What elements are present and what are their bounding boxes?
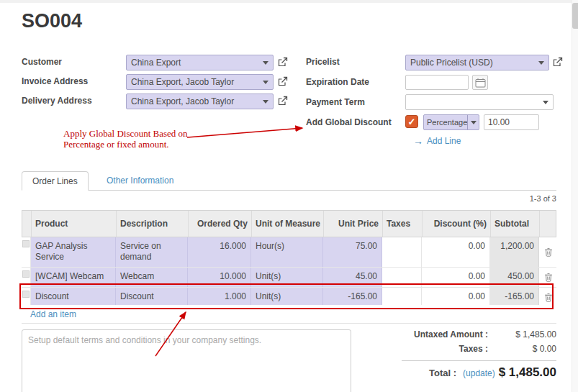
global-discount-checkbox[interactable]: ✓: [405, 115, 418, 128]
chevron-down-icon: [263, 81, 268, 84]
invoice-address-open-record-icon[interactable]: [277, 76, 289, 88]
untaxed-amount-value: $ 1,485.00: [488, 329, 556, 339]
delivery-address-select[interactable]: China Export, Jacob Taylor: [126, 94, 274, 109]
cell-unit-price[interactable]: 75.00: [323, 237, 382, 267]
arrow-right-icon: →: [413, 136, 423, 146]
cell-subtotal: 450.00: [490, 268, 539, 287]
row-drag-handle[interactable]: [22, 288, 31, 307]
delivery-address-value: China Export, Jacob Taylor: [127, 96, 263, 106]
notebook-tabbar: Order Lines Other Information: [22, 170, 556, 191]
totals-divider: [402, 360, 556, 361]
cell-product[interactable]: GAP Analysis Service: [31, 237, 116, 267]
customer-label: Customer: [22, 57, 62, 67]
trash-icon: [544, 293, 553, 302]
delivery-address-open-record-icon[interactable]: [277, 96, 289, 107]
pricelist-open-record-icon[interactable]: [552, 57, 564, 68]
sales-order-form: SO004 Customer China Export Invoice Addr…: [0, 0, 578, 392]
col-unit-of-measure[interactable]: Unit of Measure: [251, 211, 323, 237]
untaxed-amount-row: Untaxed Amount : $ 1,485.00: [374, 329, 556, 339]
chevron-down-icon: [467, 115, 479, 129]
cell-unit-of-measure[interactable]: Hour(s): [251, 237, 323, 267]
expiration-date-input[interactable]: [405, 75, 469, 90]
customer-select[interactable]: China Export: [126, 55, 274, 70]
customer-open-record-icon[interactable]: [277, 57, 289, 68]
pricelist-label: Pricelist: [306, 57, 340, 67]
cell-description[interactable]: Discount: [116, 288, 188, 307]
delete-row-button[interactable]: [539, 237, 556, 267]
pricelist-value: Public Pricelist (USD): [406, 58, 538, 68]
col-unit-price[interactable]: Unit Price: [323, 211, 382, 237]
pager: 1-3 of 3: [530, 194, 556, 203]
discount-type-select[interactable]: Percentage: [423, 114, 479, 130]
total-row: Total : (update) $ 1,485.00: [429, 365, 556, 380]
col-product[interactable]: Product: [31, 211, 116, 237]
payment-term-label: Payment Term: [306, 97, 365, 107]
col-taxes[interactable]: Taxes: [382, 211, 422, 237]
update-total-link[interactable]: (update): [463, 368, 495, 378]
payment-term-select[interactable]: [405, 94, 554, 110]
taxes-row: Taxes : $ 0.00: [374, 344, 556, 354]
total-label: Total :: [429, 368, 456, 378]
col-handle: [22, 211, 31, 237]
tab-other-information[interactable]: Other Information: [96, 171, 184, 191]
invoice-address-label: Invoice Address: [22, 76, 88, 86]
cell-unit-of-measure[interactable]: Unit(s): [251, 268, 323, 287]
col-subtotal[interactable]: Subtotal: [490, 211, 539, 237]
table-row: [WCAM] Webcam Webcam 10.000 Unit(s) 45.0…: [22, 268, 556, 288]
cell-unit-price[interactable]: 45.00: [323, 268, 382, 287]
col-description[interactable]: Description: [116, 211, 188, 237]
add-an-item-row: Add an item: [22, 305, 556, 324]
global-discount-annotation: Apply Global Discount Based on Percentag…: [63, 128, 194, 150]
cell-subtotal: -165.00: [490, 288, 539, 307]
cell-taxes[interactable]: [382, 237, 422, 267]
cell-product[interactable]: Discount: [31, 288, 116, 307]
cell-product[interactable]: [WCAM] Webcam: [31, 268, 116, 287]
invoice-address-select[interactable]: China Export, Jacob Taylor: [126, 74, 274, 90]
cell-discount[interactable]: 0.00: [422, 288, 490, 307]
total-value: $ 1,485.00: [499, 365, 556, 380]
trash-icon: [544, 247, 553, 257]
scrollbar-thumb[interactable]: [572, 3, 578, 29]
taxes-value: $ 0.00: [488, 344, 556, 354]
delete-row-button[interactable]: [539, 268, 556, 287]
top-strip: [0, 0, 578, 3]
delete-row-button[interactable]: [539, 288, 556, 307]
add-line-link[interactable]: → Add Line: [413, 136, 461, 146]
cell-subtotal: 1,200.00: [490, 237, 539, 267]
cell-unit-price[interactable]: -165.00: [323, 288, 382, 307]
chevron-down-icon: [263, 100, 268, 104]
col-delete: [539, 211, 557, 237]
expiration-date-label: Expiration Date: [306, 77, 369, 87]
add-an-item-link[interactable]: Add an item: [30, 309, 76, 319]
row-drag-handle[interactable]: [22, 237, 31, 267]
cell-ordered-qty[interactable]: 10.000: [188, 268, 251, 287]
cell-discount[interactable]: 0.00: [422, 268, 490, 287]
row-drag-handle[interactable]: [22, 268, 31, 287]
customer-value: China Export: [127, 58, 263, 68]
order-lines-table: Product Description Ordered Qty Unit of …: [22, 210, 556, 308]
cell-taxes[interactable]: [382, 288, 422, 307]
terms-conditions-textarea[interactable]: [22, 329, 351, 392]
trash-icon: [544, 273, 553, 282]
pricelist-select[interactable]: Public Pricelist (USD): [405, 55, 549, 70]
cell-unit-of-measure[interactable]: Unit(s): [251, 288, 323, 307]
calendar-icon[interactable]: [472, 75, 488, 90]
cell-ordered-qty[interactable]: 1.000: [188, 288, 251, 307]
table-row: GAP Analysis Service Service on demand 1…: [22, 237, 556, 268]
taxes-label: Taxes :: [374, 344, 488, 354]
check-icon: ✓: [408, 117, 416, 127]
col-ordered-qty[interactable]: Ordered Qty: [188, 211, 251, 237]
col-discount[interactable]: Discount (%): [422, 211, 490, 237]
discount-amount-input[interactable]: [484, 114, 539, 130]
scrollbar-track[interactable]: [572, 0, 578, 392]
cell-ordered-qty[interactable]: 16.000: [188, 237, 251, 267]
cell-description[interactable]: Service on demand: [116, 237, 188, 267]
page-title: SO004: [22, 10, 82, 32]
cell-description[interactable]: Webcam: [116, 268, 188, 287]
cell-discount[interactable]: 0.00: [422, 237, 490, 267]
chevron-down-icon: [538, 61, 544, 65]
tab-order-lines[interactable]: Order Lines: [22, 171, 89, 191]
global-discount-label: Add Global Discount: [306, 117, 392, 127]
delivery-address-label: Delivery Address: [22, 96, 92, 106]
cell-taxes[interactable]: [382, 268, 422, 287]
